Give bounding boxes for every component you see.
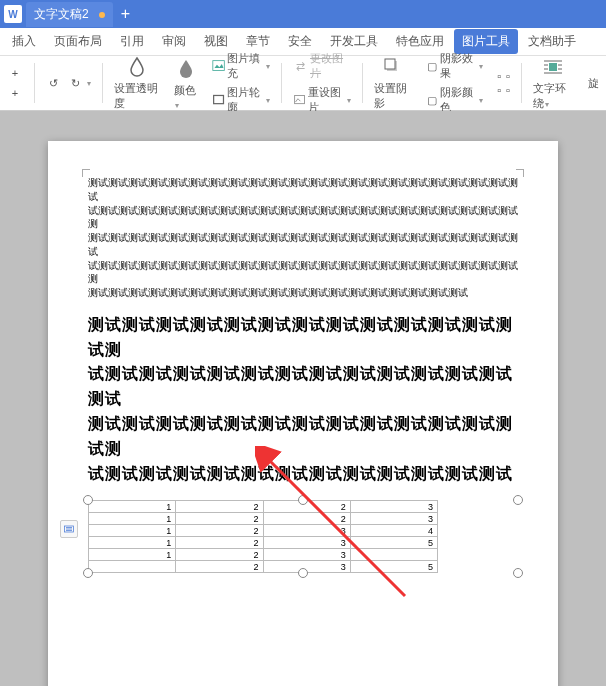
outline-icon [212,92,225,108]
document-tab[interactable]: 文字文稿2 [26,2,113,27]
table-cell[interactable]: 2 [176,513,263,525]
workspace: 测试测试测试测试测试测试测试测试测试测试测试测试测试测试测试测试测试测试测试测试… [0,111,606,686]
resize-handle[interactable] [513,495,523,505]
nudge-button[interactable]: ▫ [504,69,512,83]
table-cell[interactable]: 3 [263,537,350,549]
menu-review[interactable]: 审阅 [154,29,194,54]
rotate-icon: ↻ [68,75,84,91]
set-shadow-label: 设置阴影 [374,81,411,111]
chevron-down-icon: ▾ [347,96,351,105]
separator [34,63,35,103]
menu-insert[interactable]: 插入 [4,29,44,54]
table-cell[interactable]: 1 [89,549,176,561]
ribbon-group-change-picture: ⇄ 更改图片 重设图片▾ [288,50,356,116]
square-icon: ▢ [425,58,438,74]
chevron-down-icon: ▾ [479,62,483,71]
table-cell[interactable]: 2 [263,513,350,525]
paragraph-small: 测试测试测试测试测试测试测试测试测试测试测试测试测试测试测试测试测试测试测试测试… [88,177,518,301]
plus-icon: + [7,85,23,101]
table-cell[interactable] [350,549,437,561]
table-cell[interactable]: 2 [176,537,263,549]
menu-layout[interactable]: 页面布局 [46,29,110,54]
ribbon-group-shadow-effect: ▢ 阴影效果▾ ▢ 阴影颜色▾ [420,50,488,116]
square-icon: ▢ [425,92,438,108]
change-pic-button[interactable]: ⇄ 更改图片 [291,50,353,82]
text-wrap-button[interactable]: 文字环绕▾ [531,54,576,112]
chevron-down-icon: ▾ [545,100,549,109]
resize-handle[interactable] [83,568,93,578]
chevron-down-icon: ▾ [87,79,91,88]
transparency-button[interactable]: 设置透明度 [112,54,162,112]
menu-helper[interactable]: 文档助手 [520,29,584,54]
layout-options-button[interactable] [60,520,78,538]
rotate-button[interactable]: 旋 [586,75,601,92]
table-cell[interactable]: 3 [263,525,350,537]
nudge-button[interactable]: ▫ [495,69,503,83]
table-cell[interactable]: 1 [89,501,176,513]
menu-reference[interactable]: 引用 [112,29,152,54]
ribbon-group-color: 颜色▾ [169,56,203,111]
rotate-right-button[interactable]: ↻▾ [66,74,93,92]
table-cell[interactable]: 5 [350,561,437,573]
titlebar: W 文字文稿2 + [0,0,606,28]
rotate-icon: ↺ [46,75,62,91]
rotate-label: 旋 [588,76,599,91]
new-tab-button[interactable]: + [121,5,130,23]
change-pic-label: 更改图片 [310,51,351,81]
table-cell[interactable] [89,561,176,573]
shadow-effect-label: 阴影效果 [440,51,476,81]
margin-mark-icon [514,169,524,179]
svg-rect-0 [213,61,224,71]
pic-fill-button[interactable]: 图片填充▾ [210,50,272,82]
table-cell[interactable]: 2 [176,525,263,537]
reset-icon [293,92,306,108]
text-wrap-icon [541,55,565,79]
table-cell[interactable]: 2 [176,501,263,513]
increase-button[interactable]: + [5,64,25,82]
resize-handle[interactable] [513,568,523,578]
table-cell[interactable]: 3 [263,549,350,561]
plus-icon: + [7,65,23,81]
tab-label: 文字文稿2 [34,7,89,21]
table-cell[interactable]: 2 [176,561,263,573]
set-shadow-button[interactable]: 设置阴影 [372,54,413,112]
ribbon-group-rotate: 旋 [583,75,604,92]
table-cell[interactable]: 1 [89,513,176,525]
text-wrap-label: 文字环绕 [533,82,566,109]
ribbon-group-transparency: 设置透明度 [109,54,165,112]
color-button[interactable]: 颜色▾ [172,56,200,111]
transparency-label: 设置透明度 [114,81,160,111]
unsaved-dot-icon [99,12,105,18]
table-cell[interactable]: 4 [350,525,437,537]
table-object[interactable]: 1223122312341235123235 [88,500,518,573]
chevron-down-icon: ▾ [266,62,270,71]
ribbon-group-wrap: 文字环绕▾ [528,54,579,112]
table-cell[interactable]: 5 [350,537,437,549]
table-cell[interactable]: 2 [176,549,263,561]
chevron-down-icon: ▾ [175,101,179,110]
table[interactable]: 1223122312341235123235 [88,500,438,573]
rotate-left-button[interactable]: ↺ [44,74,64,92]
svg-rect-2 [295,96,305,104]
resize-handle[interactable] [298,568,308,578]
app-doc-icon: W [4,5,22,23]
ribbon-group-shadow-nudge: ▫ ▫ ▫ ▫ [492,69,515,97]
table-cell[interactable]: 3 [350,513,437,525]
droplet-fill-icon [174,57,198,81]
ribbon-group-rotate-presets: ↺ ↻▾ [41,74,96,92]
table-cell[interactable]: 3 [350,501,437,513]
chevron-down-icon: ▾ [266,96,270,105]
pic-fill-label: 图片填充 [227,51,263,81]
table-cell[interactable]: 1 [89,525,176,537]
nudge-button[interactable]: ▫ [495,83,503,97]
shadow-icon [381,55,405,79]
nudge-button[interactable]: ▫ [504,83,512,97]
svg-rect-4 [385,59,395,69]
resize-handle[interactable] [298,495,308,505]
shadow-effect-button[interactable]: ▢ 阴影效果▾ [423,50,485,82]
chevron-down-icon: ▾ [479,96,483,105]
increase-button-2[interactable]: + [5,84,25,102]
document-page[interactable]: 测试测试测试测试测试测试测试测试测试测试测试测试测试测试测试测试测试测试测试测试… [48,141,558,686]
color-label: 颜色 [174,84,196,96]
table-cell[interactable]: 1 [89,537,176,549]
